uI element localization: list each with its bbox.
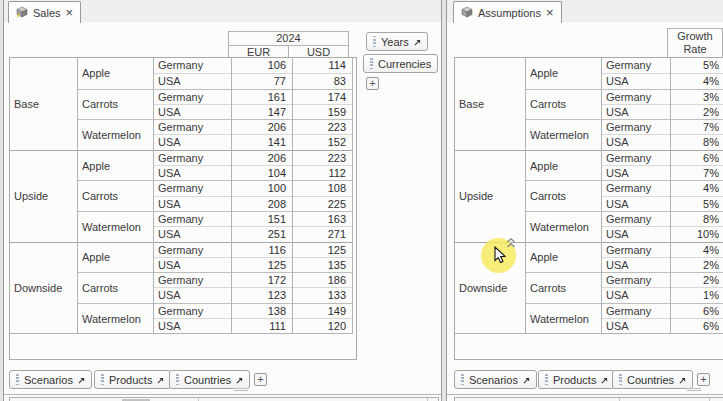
value-cell[interactable]: 123 xyxy=(232,287,292,302)
chip-products[interactable]: Products xyxy=(538,370,615,389)
tab-assumptions[interactable]: Assumptions × xyxy=(453,1,562,23)
chip-years[interactable]: Years xyxy=(366,32,428,51)
country-cell[interactable]: USA xyxy=(602,287,670,302)
value-cell[interactable]: 4% xyxy=(671,73,723,88)
close-icon[interactable]: × xyxy=(546,8,554,18)
value-cell[interactable]: 141 xyxy=(232,134,292,149)
add-column-dimension-button[interactable]: + xyxy=(366,77,379,90)
country-cell[interactable]: Germany xyxy=(602,211,670,226)
value-cell[interactable]: 223 xyxy=(293,150,352,165)
country-cell[interactable]: Germany xyxy=(154,180,231,195)
value-cell[interactable]: 116 xyxy=(232,242,292,257)
country-cell[interactable]: Germany xyxy=(602,272,670,287)
country-cell[interactable]: USA xyxy=(602,196,670,211)
product-cell[interactable]: Apple xyxy=(526,58,601,89)
value-cell[interactable]: 159 xyxy=(293,104,352,119)
value-cell[interactable]: 174 xyxy=(293,89,352,104)
sales-column-header[interactable]: 2024 EUR USD xyxy=(228,31,349,59)
value-cell[interactable]: 149 xyxy=(293,303,352,318)
value-cell[interactable]: 108 xyxy=(293,180,352,195)
chip-countries[interactable]: Countries xyxy=(169,370,250,389)
country-cell[interactable]: USA xyxy=(154,287,231,302)
scenario-cell[interactable]: Upside xyxy=(455,150,525,242)
value-cell[interactable]: 2% xyxy=(671,104,723,119)
value-cell[interactable]: 2% xyxy=(671,257,723,272)
country-cell[interactable]: USA xyxy=(602,134,670,149)
country-cell[interactable]: USA xyxy=(602,257,670,272)
value-cell[interactable]: 125 xyxy=(232,257,292,272)
country-cell[interactable]: USA xyxy=(154,257,231,272)
country-cell[interactable]: Germany xyxy=(154,272,231,287)
product-cell[interactable]: Watermelon xyxy=(78,303,153,334)
product-cell[interactable]: Carrots xyxy=(526,272,601,303)
value-cell[interactable]: 77 xyxy=(232,73,292,88)
chip-currencies[interactable]: Currencies xyxy=(363,54,438,73)
value-cell[interactable]: 111 xyxy=(232,318,292,333)
country-cell[interactable]: Germany xyxy=(154,303,231,318)
value-cell[interactable]: 152 xyxy=(293,134,352,149)
product-cell[interactable]: Carrots xyxy=(78,272,153,303)
value-cell[interactable]: 271 xyxy=(293,226,352,241)
value-cell[interactable]: 114 xyxy=(293,58,352,73)
chip-products[interactable]: Products xyxy=(94,370,171,389)
value-cell[interactable]: 225 xyxy=(293,196,352,211)
country-cell[interactable]: USA xyxy=(602,226,670,241)
country-cell[interactable]: Germany xyxy=(602,150,670,165)
value-cell[interactable]: 3% xyxy=(671,89,723,104)
chip-scenarios[interactable]: Scenarios xyxy=(9,370,92,389)
country-cell[interactable]: USA xyxy=(602,73,670,88)
close-icon[interactable]: × xyxy=(66,8,74,18)
product-cell[interactable]: Carrots xyxy=(78,180,153,211)
value-cell[interactable]: 135 xyxy=(293,257,352,272)
chip-countries[interactable]: Countries xyxy=(612,370,693,389)
value-cell[interactable]: 206 xyxy=(232,119,292,134)
value-cell[interactable]: 120 xyxy=(293,318,352,333)
value-cell[interactable]: 6% xyxy=(671,303,723,318)
scenario-cell[interactable]: Base xyxy=(455,58,525,150)
country-cell[interactable]: USA xyxy=(154,73,231,88)
country-cell[interactable]: Germany xyxy=(154,150,231,165)
resize-handle[interactable] xyxy=(687,388,701,391)
chip-scenarios[interactable]: Scenarios xyxy=(454,370,537,389)
value-cell[interactable]: 161 xyxy=(232,89,292,104)
country-cell[interactable]: Germany xyxy=(602,303,670,318)
value-cell[interactable]: 8% xyxy=(671,211,723,226)
value-cell[interactable]: 5% xyxy=(671,58,723,73)
resize-handle[interactable] xyxy=(234,388,248,391)
value-cell[interactable]: 223 xyxy=(293,119,352,134)
product-cell[interactable]: Watermelon xyxy=(78,211,153,242)
product-cell[interactable]: Watermelon xyxy=(526,119,601,150)
value-cell[interactable]: 133 xyxy=(293,287,352,302)
product-cell[interactable]: Apple xyxy=(78,58,153,89)
value-cell[interactable]: 7% xyxy=(671,165,723,180)
value-cell[interactable]: 104 xyxy=(232,165,292,180)
value-cell[interactable]: 206 xyxy=(232,150,292,165)
add-row-dimension-button[interactable]: + xyxy=(697,373,710,386)
value-cell[interactable]: 172 xyxy=(232,272,292,287)
value-cell[interactable]: 163 xyxy=(293,211,352,226)
scenario-cell[interactable]: Downside xyxy=(10,242,77,334)
value-cell[interactable]: 4% xyxy=(671,242,723,257)
scenario-cell[interactable]: Upside xyxy=(10,150,77,242)
product-cell[interactable]: Apple xyxy=(78,242,153,273)
value-cell[interactable]: 186 xyxy=(293,272,352,287)
value-cell[interactable]: 10% xyxy=(671,226,723,241)
country-cell[interactable]: USA xyxy=(154,318,231,333)
tab-sales[interactable]: Sales × xyxy=(8,1,81,23)
country-cell[interactable]: Germany xyxy=(154,119,231,134)
country-cell[interactable]: Germany xyxy=(602,89,670,104)
value-cell[interactable]: 6% xyxy=(671,318,723,333)
country-cell[interactable]: USA xyxy=(154,226,231,241)
product-cell[interactable]: Apple xyxy=(526,242,601,273)
value-cell[interactable]: 138 xyxy=(232,303,292,318)
value-cell[interactable]: 106 xyxy=(232,58,292,73)
country-cell[interactable]: Germany xyxy=(602,58,670,73)
scenario-cell[interactable]: Base xyxy=(10,58,77,150)
value-cell[interactable]: 1% xyxy=(671,287,723,302)
country-cell[interactable]: Germany xyxy=(602,180,670,195)
product-cell[interactable]: Apple xyxy=(526,150,601,181)
country-cell[interactable]: USA xyxy=(154,165,231,180)
country-cell[interactable]: USA xyxy=(154,196,231,211)
product-cell[interactable]: Watermelon xyxy=(526,303,601,334)
product-cell[interactable]: Carrots xyxy=(526,180,601,211)
